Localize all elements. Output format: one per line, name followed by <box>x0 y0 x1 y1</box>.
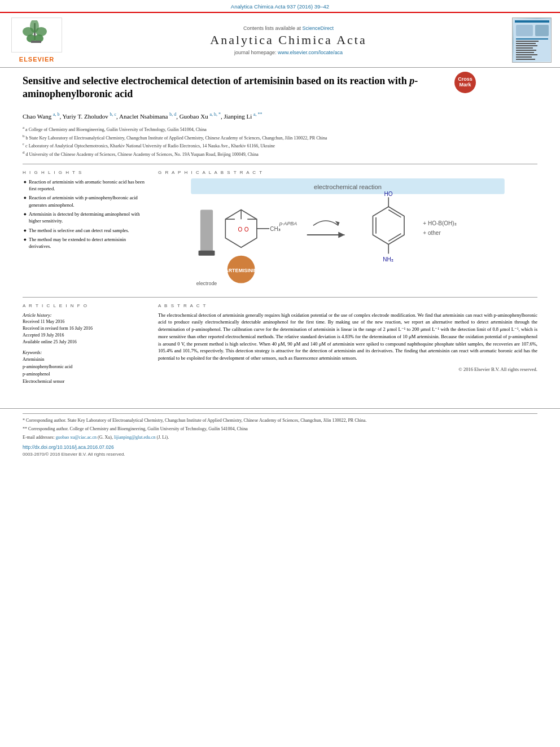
svg-text:NH₂: NH₂ <box>383 256 393 262</box>
corresponding-author-2: ** Corresponding author. College of Chem… <box>23 426 537 433</box>
svg-rect-19 <box>516 56 532 58</box>
doi-link[interactable]: http://dx.doi.org/10.1016/j.aca.2016.07.… <box>23 444 537 450</box>
journal-cover-icon <box>514 19 550 62</box>
journal-thumbnail-section <box>509 18 554 63</box>
keywords-label: Keywords: <box>23 350 147 355</box>
affiliation-c: c c Laboratory of Analytical Optochemotr… <box>23 141 537 150</box>
svg-text:+ HO-B(OH)₂: + HO-B(OH)₂ <box>423 220 456 226</box>
section-divider-1 <box>23 164 537 164</box>
accepted-date: Accepted 19 July 2016 <box>23 332 147 339</box>
highlights-column: H I G H L I G H T S Reaction of artemisi… <box>23 170 147 291</box>
article-info-title: A R T I C L E I N F O <box>23 303 147 308</box>
corresponding-author-1: * Corresponding author. State Key Labora… <box>23 417 537 424</box>
svg-rect-20 <box>516 59 535 60</box>
title-row: Sensitive and selective electrochemical … <box>23 75 537 107</box>
bottom-footnotes-section: * Corresponding author. State Key Labora… <box>0 408 560 457</box>
crossmark-icon: CrossMark <box>454 72 476 93</box>
sciencedirect-link[interactable]: ScienceDirect <box>303 25 334 31</box>
svg-text:+ other: + other <box>423 230 441 236</box>
svg-marker-34 <box>338 231 344 238</box>
graphical-abstract-image: electrochemical reaction O O <box>158 178 537 291</box>
main-article-content: Sensitive and selective electrochemical … <box>0 68 560 397</box>
elsevier-tree-icon <box>14 20 59 49</box>
revised-date: Received in revised form 16 July 2016 <box>23 325 147 332</box>
svg-rect-10 <box>535 25 549 36</box>
email-addresses: E-mail addresses: guobao xu@ciac.ac.cn (… <box>23 434 537 441</box>
svg-text:O: O <box>238 226 243 233</box>
keyword-3: p-aminophenol <box>23 371 147 378</box>
svg-text:CH₃: CH₃ <box>270 226 280 232</box>
footnote-section: * Corresponding author. State Key Labora… <box>23 413 537 441</box>
keyword-1: Artemisinin <box>23 356 147 364</box>
svg-rect-17 <box>516 52 534 53</box>
svg-rect-18 <box>516 54 537 55</box>
svg-rect-8 <box>515 20 549 23</box>
highlight-item-1: Reaction of artemisinin with aromatic bo… <box>23 178 147 193</box>
journal-homepage-line: journal homepage: www.elsevier.com/locat… <box>68 50 509 55</box>
elsevier-logo-section: ELSEVIER <box>6 18 68 63</box>
highlights-title: H I G H L I G H T S <box>23 170 147 175</box>
affiliations-section: a a College of Chemistry and Bioengineer… <box>23 125 537 158</box>
svg-rect-47 <box>199 250 215 255</box>
affiliation-d: d d University of the Chinese Academy of… <box>23 150 537 158</box>
svg-text:HO: HO <box>384 191 392 197</box>
highlight-item-3: Artemisinin is detected by determining a… <box>23 211 147 225</box>
highlights-graphical-row: H I G H L I G H T S Reaction of artemisi… <box>23 170 537 291</box>
journal-homepage-link[interactable]: www.elsevier.com/locate/aca <box>278 50 343 55</box>
svg-rect-11 <box>516 38 548 40</box>
highlight-item-5: The method may be extended to detect art… <box>23 236 147 250</box>
chemical-reaction-diagram: electrochemical reaction O O <box>158 178 537 291</box>
journal-header: ELSEVIER Contents lists available at Sci… <box>0 13 560 68</box>
affiliation-a: a a College of Chemistry and Bioengineer… <box>23 125 537 133</box>
svg-rect-6 <box>31 41 41 43</box>
authors-line: Chao Wang a, b, Yuriy T. Zholudov b, c, … <box>23 111 537 121</box>
copyright-statement: © 2016 Elsevier B.V. All rights reserved… <box>158 366 537 372</box>
svg-text:O: O <box>244 226 249 233</box>
affiliation-b: b b State Key Laboratory of Electroanaly… <box>23 133 537 142</box>
journal-header-center: Contents lists available at ScienceDirec… <box>68 25 509 55</box>
issn-copyright-line: 0003-2670/© 2016 Elsevier B.V. All right… <box>23 452 537 457</box>
svg-text:electrochemical reaction: electrochemical reaction <box>314 184 382 190</box>
svg-rect-9 <box>516 25 533 36</box>
article-info-column: A R T I C L E I N F O Article history: R… <box>23 303 147 386</box>
abstract-body: The electrochemical detection of artemis… <box>158 312 537 362</box>
highlights-list: Reaction of artemisinin with aromatic bo… <box>23 178 147 250</box>
keywords-list: Artemisinin p-aminophenylboronic acid p-… <box>23 356 147 385</box>
crossmark-badge[interactable]: CrossMark <box>454 72 477 94</box>
keyword-4: Electrochemical sensor <box>23 378 147 386</box>
journal-reference: Analytica Chimica Acta 937 (2016) 39–42 <box>0 0 560 12</box>
info-abstract-row: A R T I C L E I N F O Article history: R… <box>23 303 537 386</box>
svg-rect-46 <box>200 209 213 254</box>
svg-rect-13 <box>516 43 536 44</box>
keyword-2: p-aminophenylboronic acid <box>23 364 147 371</box>
svg-text:ARTEMISININ: ARTEMISININ <box>225 267 257 273</box>
svg-rect-16 <box>516 50 536 51</box>
svg-text:electrode: electrode <box>196 281 217 286</box>
received-date: Received 11 May 2016 <box>23 318 147 325</box>
online-date: Available online 25 July 2016 <box>23 339 147 346</box>
svg-rect-12 <box>516 41 539 42</box>
highlight-item-2: Reaction of artemisinin with p-aminophen… <box>23 194 147 208</box>
contents-available-line: Contents lists available at ScienceDirec… <box>68 25 509 31</box>
journal-thumbnail <box>512 18 552 63</box>
svg-marker-36 <box>373 207 404 244</box>
article-history: Article history: Received 11 May 2016 Re… <box>23 312 147 346</box>
svg-text:p-APBA: p-APBA <box>279 221 298 226</box>
journal-main-title: Analytica Chimica Acta <box>68 33 509 47</box>
highlight-item-4: The method is selective and can detect r… <box>23 227 147 234</box>
abstract-column: A B S T R A C T The electrochemical dete… <box>158 303 537 386</box>
svg-rect-14 <box>516 45 537 46</box>
section-divider-2 <box>23 297 537 298</box>
svg-rect-15 <box>516 47 533 49</box>
email-link-xu[interactable]: guobao xu@ciac.ac.cn <box>56 435 97 440</box>
article-title: Sensitive and selective electrochemical … <box>23 75 446 101</box>
email-link-li[interactable]: lijianping@glut.edu.cn <box>114 435 156 440</box>
keywords-section: Keywords: Artemisinin p-aminophenylboron… <box>23 350 147 385</box>
history-label: Article history: <box>23 312 147 319</box>
graphical-abstract-title: G R A P H I C A L A B S T R A C T <box>158 170 537 175</box>
elsevier-brand-text: ELSEVIER <box>6 56 68 63</box>
abstract-title: A B S T R A C T <box>158 303 537 308</box>
graphical-abstract-column: G R A P H I C A L A B S T R A C T electr… <box>158 170 537 291</box>
